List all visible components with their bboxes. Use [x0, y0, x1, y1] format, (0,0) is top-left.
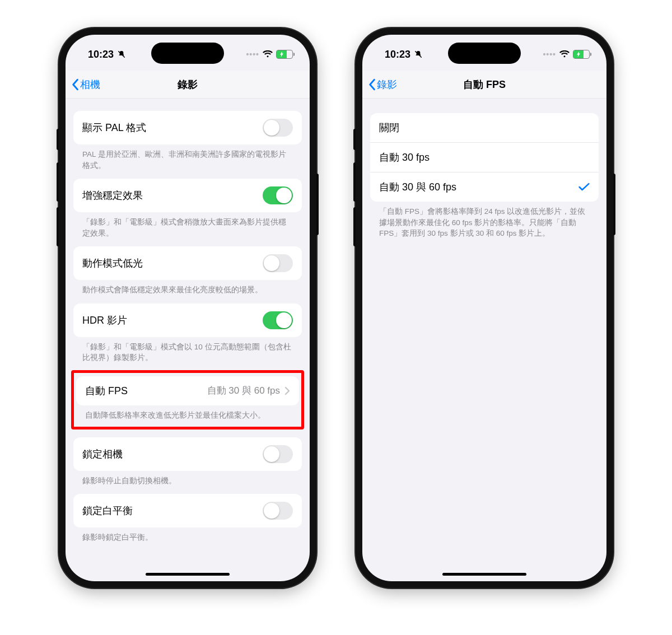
row-footer: 自動降低影格率來改進低光影片並最佳化檔案大小。 [76, 405, 299, 423]
row-footer: PAL 是用於亞洲、歐洲、非洲和南美洲許多國家的電視影片格式。 [73, 144, 302, 171]
dynamic-island [448, 43, 521, 64]
toggle-lock-camera[interactable] [263, 445, 293, 463]
row-label: 增強穩定效果 [82, 189, 143, 202]
option-auto-30[interactable]: 自動 30 fps [370, 142, 599, 172]
row-footer: 「錄影」和「電影級」模式會稍微放大畫面來為影片提供穩定效果。 [73, 212, 302, 239]
back-label: 相機 [80, 78, 100, 91]
charging-bolt-icon [279, 52, 284, 57]
row-label: 鎖定相機 [82, 447, 123, 461]
row-pal-format[interactable]: 顯示 PAL 格式 [73, 111, 302, 144]
row-label: 自動 FPS [85, 384, 128, 398]
row-lock-white-balance[interactable]: 鎖定白平衡 [73, 494, 302, 527]
toggle-lock-wb[interactable] [263, 502, 293, 520]
highlight-annotation: 自動 FPS 自動 30 與 60 fps 自動降低影格率來改進低光影片並最佳化… [71, 370, 304, 429]
row-label: HDR 影片 [82, 314, 127, 327]
wifi-icon [263, 50, 273, 58]
option-off[interactable]: 關閉 [370, 113, 599, 142]
silent-mode-icon [414, 50, 423, 59]
row-footer: 「錄影」和「電影級」模式會以 10 位元高動態範圍（包含杜比視界）錄製影片。 [73, 337, 302, 363]
option-label: 自動 30 與 60 fps [379, 180, 456, 194]
row-label: 鎖定白平衡 [82, 504, 133, 517]
back-button[interactable]: 錄影 [368, 78, 397, 91]
row-label: 動作模式低光 [82, 256, 143, 270]
settings-content[interactable]: 顯示 PAL 格式 PAL 是用於亞洲、歐洲、非洲和南美洲許多國家的電視影片格式… [66, 99, 310, 581]
options-footer: 「自動 FPS」會將影格率降到 24 fps 以改進低光影片，並依據場景動作來最… [370, 202, 599, 239]
battery-icon [573, 50, 590, 59]
phone-frame-right: 10:23 •••• 錄影 [356, 28, 613, 588]
chevron-left-icon [368, 78, 376, 91]
row-enhanced-stabilization[interactable]: 增強穩定效果 [73, 179, 302, 212]
silent-mode-icon [117, 50, 126, 59]
row-footer: 動作模式會降低穩定效果來最佳化亮度較低的場景。 [73, 280, 302, 296]
settings-content[interactable]: 關閉 自動 30 fps 自動 30 與 60 fps 「自動 FPS」會將影格… [362, 99, 606, 581]
toggle-hdr[interactable] [263, 311, 293, 329]
checkmark-icon [578, 183, 590, 192]
chevron-left-icon [71, 78, 79, 91]
home-indicator[interactable] [442, 573, 526, 576]
home-indicator[interactable] [146, 573, 230, 576]
battery-icon [276, 50, 293, 59]
row-action-mode-low-light[interactable]: 動作模式低光 [73, 246, 302, 280]
chevron-right-icon [284, 386, 290, 395]
nav-title: 自動 FPS [463, 78, 506, 91]
option-label: 自動 30 fps [379, 151, 430, 164]
back-label: 錄影 [377, 78, 397, 91]
status-time: 10:23 [88, 49, 114, 60]
option-label: 關閉 [379, 121, 399, 134]
nav-bar: 相機 錄影 [66, 71, 310, 99]
row-label: 顯示 PAL 格式 [82, 121, 146, 134]
toggle-pal[interactable] [263, 119, 293, 137]
nav-title: 錄影 [178, 78, 198, 91]
status-time: 10:23 [385, 49, 410, 60]
nav-bar: 錄影 自動 FPS [362, 71, 606, 99]
row-value: 自動 30 與 60 fps [207, 384, 280, 397]
charging-bolt-icon [576, 52, 581, 57]
wifi-icon [559, 50, 570, 58]
cellular-dots-icon: •••• [543, 50, 556, 59]
row-footer: 錄影時鎖定白平衡。 [73, 527, 302, 543]
toggle-low-light[interactable] [263, 254, 293, 272]
row-footer: 錄影時停止自動切換相機。 [73, 471, 302, 487]
row-hdr-video[interactable]: HDR 影片 [73, 304, 302, 337]
cellular-dots-icon: •••• [246, 50, 259, 59]
row-auto-fps[interactable]: 自動 FPS 自動 30 與 60 fps [76, 376, 299, 405]
option-auto-30-60[interactable]: 自動 30 與 60 fps [370, 172, 599, 202]
phone-frame-left: 10:23 •••• 相機 [59, 28, 316, 588]
dynamic-island [151, 43, 224, 64]
toggle-stabilization[interactable] [263, 186, 293, 204]
row-lock-camera[interactable]: 鎖定相機 [73, 437, 302, 471]
back-button[interactable]: 相機 [71, 78, 100, 91]
